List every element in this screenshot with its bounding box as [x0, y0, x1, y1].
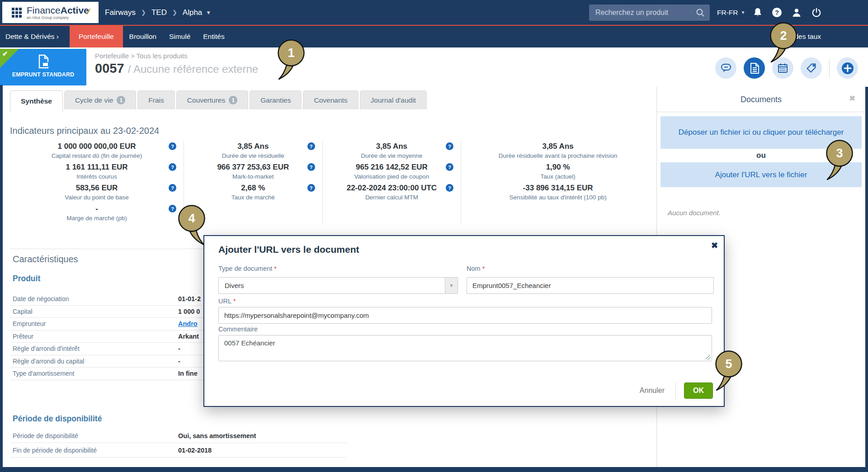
chevron-right-icon: ❯ — [141, 9, 146, 16]
comment-textarea[interactable]: 0057 Echéancier — [218, 335, 712, 361]
module-nav: Dette & Dérivés › Portefeuille Brouillon… — [0, 26, 868, 47]
help-icon[interactable]: ? — [169, 184, 176, 192]
help-icon[interactable]: ? — [307, 163, 315, 171]
tab-couvertures[interactable]: Couvertures1 — [176, 90, 248, 109]
top-bar: FinanceActive an Altus Group company Fai… — [0, 0, 868, 25]
tab-journal-audit[interactable]: Journal d'audit — [360, 90, 427, 109]
required-asterisk: * — [274, 265, 277, 272]
chevron-right-icon: ❯ — [172, 9, 177, 16]
help-icon[interactable]: ? — [169, 163, 176, 171]
tags-button[interactable] — [801, 57, 822, 79]
add-product-button[interactable] — [837, 57, 858, 79]
close-icon[interactable]: ✖ — [711, 241, 718, 250]
file-drop-zone[interactable]: Déposer un fichier ici ou cliquer pour t… — [660, 116, 862, 149]
nav-item-portefeuille[interactable]: Portefeuille — [70, 26, 123, 47]
url-input[interactable] — [218, 307, 712, 324]
indicator: 2,68 % Taux de marché ? — [190, 183, 316, 202]
window-frame — [0, 85, 3, 472]
chevron-down-icon[interactable]: ▼ — [206, 9, 211, 16]
indicator: 1 000 000 000,00 EUR Capital restant dû … — [16, 141, 177, 160]
indicator: 1,90 % Taux (actuel) — [467, 162, 648, 181]
nav-item-indices-des-taux[interactable]: Indices des taux — [770, 26, 868, 47]
nav-item-entites[interactable]: Entités — [197, 26, 231, 47]
name-input[interactable] — [467, 277, 714, 294]
availability-table: Période de disponibilité Oui, sans amort… — [10, 429, 347, 458]
indicator: 965 216 142,52 EUR Valorisation pied de … — [329, 162, 455, 181]
brand-logo: FinanceActive an Altus Group company — [27, 5, 94, 20]
header-actions — [715, 57, 858, 79]
tab-count-badge: 1 — [117, 96, 125, 104]
availability-heading: Période de disponibilité — [13, 414, 102, 424]
apps-grid-icon[interactable] — [11, 7, 22, 18]
required-asterisk: * — [482, 265, 485, 272]
indicator: -33 896 314,15 EUR Sensibilité au taux d… — [467, 183, 648, 202]
search-icon[interactable] — [695, 8, 705, 18]
add-url-link[interactable]: Ajouter l'URL vers le fichier — [660, 162, 862, 187]
chevron-down-icon: ▼ — [741, 10, 745, 15]
logout-power-icon[interactable] — [811, 0, 822, 25]
help-icon[interactable]: ? — [772, 0, 782, 25]
tab-frais[interactable]: Frais — [137, 90, 175, 109]
indicator: 3,85 Ans Durée de vie résiduelle ? — [190, 141, 316, 160]
breadcrumb-fairways[interactable]: Fairways — [105, 8, 136, 17]
type-label: Type de document* — [218, 265, 277, 272]
add-url-dialog: Ajouter l'URL vers le document ✖ Type de… — [203, 235, 725, 407]
comment-icon — [720, 62, 732, 74]
divider — [675, 382, 676, 400]
documents-button[interactable] — [744, 57, 765, 79]
divider — [829, 59, 830, 77]
application-window: FinanceActive an Altus Group company Fai… — [0, 0, 868, 472]
accent-divider — [0, 25, 868, 26]
document-icon — [749, 62, 760, 74]
locale-selector[interactable]: FR-FR▼ — [717, 0, 745, 25]
key-indicators: 1 000 000 000,00 EUR Capital restant dû … — [10, 141, 655, 224]
indicator: 3,85 Ans Durée résiduelle avant la proch… — [467, 141, 648, 160]
tab-cycle-de-vie[interactable]: Cycle de vie1 — [64, 90, 136, 109]
calendar-icon — [777, 62, 788, 74]
nav-item-brouillon[interactable]: Brouillon — [123, 26, 163, 47]
documents-panel-title: Documents — [657, 95, 865, 104]
tab-covenants[interactable]: Covenants — [303, 90, 358, 109]
breadcrumb-ted[interactable]: TED — [151, 8, 167, 17]
product-breadcrumb[interactable]: Portefeuille > Tous les produits — [95, 52, 187, 60]
user-account-icon[interactable] — [791, 0, 802, 25]
cancel-button[interactable]: Annuler — [637, 387, 667, 395]
borrower-link[interactable]: Andro — [178, 320, 198, 327]
ok-button[interactable]: OK — [684, 382, 713, 399]
indicator-column: 1 000 000 000,00 EUR Capital restant dû … — [10, 141, 184, 224]
indicator: 22-02-2024 23:00:00 UTC Dernier calcul M… — [329, 183, 455, 202]
required-asterisk: * — [233, 297, 236, 305]
nav-item-dette-derives[interactable]: Dette & Dérivés › — [0, 26, 70, 47]
nav-item-simule[interactable]: Simulé — [163, 26, 197, 47]
name-label: Nom* — [467, 265, 485, 272]
empty-documents-label: Aucun document. — [668, 209, 721, 217]
divider — [657, 112, 865, 112]
indicator: 583,56 EUR Valeur du point de base ? — [16, 183, 177, 202]
notifications-bell-icon[interactable] — [752, 0, 763, 25]
indicator-column: 3,85 Ans Durée de vie moyenne ? 965 216 … — [323, 141, 462, 224]
tag-icon — [806, 62, 817, 74]
tab-strip: Synthèse Cycle de vie1 Frais Couvertures… — [10, 90, 427, 112]
search-box — [589, 5, 710, 21]
breadcrumb: Fairways ❯ TED ❯ Alpha ▼ — [105, 0, 211, 25]
document-type-select[interactable]: Divers ▼ — [218, 277, 458, 294]
dialog-footer: Annuler OK — [637, 382, 713, 400]
tab-synthese[interactable]: Synthèse — [10, 90, 63, 112]
help-icon[interactable]: ? — [307, 142, 315, 150]
indicator-column: 3,85 Ans Durée de vie résiduelle ? 966 3… — [184, 141, 323, 224]
indicators-title: Indicateurs principaux au 23-02-2024 — [10, 126, 159, 136]
table-row: Période de disponibilité Oui, sans amort… — [10, 429, 347, 443]
plus-icon — [840, 61, 855, 76]
check-icon: ✔ — [2, 50, 8, 58]
logo-box: FinanceActive an Altus Group company — [2, 2, 99, 23]
comment-label: Commentaire — [218, 326, 258, 333]
help-icon[interactable]: ? — [169, 142, 176, 150]
help-icon[interactable]: ? — [307, 184, 315, 192]
schedule-button[interactable] — [772, 57, 793, 79]
help-icon[interactable]: ? — [169, 205, 176, 212]
tab-garanties[interactable]: Garanties — [250, 90, 302, 109]
search-input[interactable] — [589, 9, 695, 17]
comments-button[interactable] — [715, 57, 736, 79]
breadcrumb-alpha[interactable]: Alpha — [183, 8, 202, 17]
close-icon[interactable]: ✖ — [849, 94, 855, 103]
